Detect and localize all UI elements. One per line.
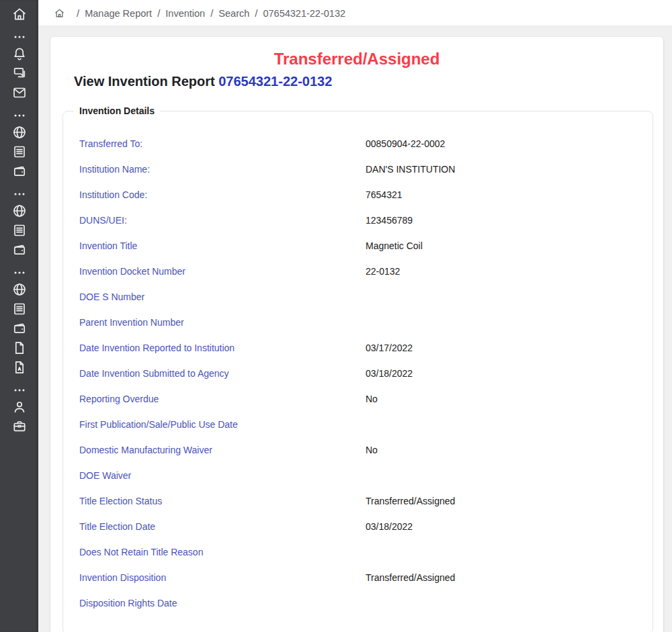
sidebar-group <box>0 4 38 24</box>
detail-row: DUNS/UEI:123456789 <box>63 208 653 233</box>
detail-row: Date Invention Submitted to Agency03/18/… <box>63 361 653 386</box>
breadcrumb-separator: / <box>157 7 160 19</box>
detail-row: DOE S Number <box>63 284 653 310</box>
detail-value: DAN'S INSTITUTION <box>366 164 653 175</box>
detail-value: Transferred/Assigned <box>366 496 653 506</box>
ellipsis-icon[interactable] <box>0 109 38 122</box>
detail-row: Invention Docket Number22-0132 <box>63 259 653 284</box>
detail-label: Reporting Overdue <box>79 394 366 404</box>
briefcase-icon[interactable] <box>0 416 38 436</box>
ellipsis-icon[interactable] <box>0 187 38 201</box>
detail-row: Reporting OverdueNo <box>63 386 653 412</box>
breadcrumb-items: /Manage Report/Invention/Search/07654321… <box>71 7 345 19</box>
sidebar-nav <box>0 0 38 436</box>
detail-row: Title Election StatusTransferred/Assigne… <box>63 488 653 514</box>
detail-label: Institution Code: <box>79 189 366 200</box>
document-icon[interactable] <box>0 299 38 318</box>
detail-label: Title Election Date <box>79 521 366 532</box>
detail-label: Invention Disposition <box>79 572 366 583</box>
breadcrumb-item[interactable]: Invention <box>165 8 205 19</box>
mail-icon[interactable] <box>0 83 38 102</box>
detail-row: Invention TitleMagnetic Coil <box>63 233 653 259</box>
chat-icon[interactable] <box>0 63 38 83</box>
breadcrumb: /Manage Report/Invention/Search/07654321… <box>38 0 672 26</box>
detail-value: No <box>366 394 653 404</box>
sidebar-group <box>0 30 38 102</box>
detail-label: Title Election Status <box>79 496 366 506</box>
detail-row: Does Not Retain Title Reason <box>63 539 653 565</box>
detail-label: Date Invention Submitted to Agency <box>79 368 366 379</box>
wallet-icon[interactable] <box>0 161 38 181</box>
detail-value: Transferred/Assigned <box>366 572 653 583</box>
breadcrumb-separator: / <box>210 7 213 19</box>
detail-label: Parent Invention Number <box>79 317 366 328</box>
app-root: /Manage Report/Invention/Search/07654321… <box>0 0 672 632</box>
sidebar <box>0 0 38 632</box>
ellipsis-icon[interactable] <box>0 266 38 279</box>
detail-row: Domestic Manufacturing WaiverNo <box>63 437 653 463</box>
detail-row: Parent Invention Number <box>63 310 653 335</box>
detail-label: Transferred To: <box>79 138 366 149</box>
detail-row: DOE Waiver <box>63 463 653 488</box>
page-title: View Invention Report 07654321-22-0132 <box>74 72 663 91</box>
detail-label: First Publication/Sale/Public Use Date <box>79 419 366 430</box>
detail-row: Institution Code:7654321 <box>63 182 653 208</box>
invention-details-legend: Invention Details <box>74 105 160 116</box>
detail-value: 03/17/2022 <box>366 343 653 353</box>
wallet-icon[interactable] <box>0 240 38 259</box>
globe-icon[interactable] <box>0 201 38 220</box>
breadcrumb-separator: / <box>255 7 257 19</box>
breadcrumb-item[interactable]: Manage Report <box>85 8 152 19</box>
detail-label: Invention Docket Number <box>79 266 366 277</box>
file-icon[interactable] <box>0 338 38 357</box>
detail-label: Disposition Rights Date <box>79 598 366 608</box>
detail-value: 22-0132 <box>366 266 653 277</box>
detail-label: DUNS/UEI: <box>79 215 366 226</box>
pdf-file-icon[interactable] <box>0 357 38 377</box>
detail-row: Date Invention Reported to Institution03… <box>63 335 653 361</box>
globe-icon[interactable] <box>0 122 38 142</box>
page: Transferred/Assigned View Invention Repo… <box>38 26 672 632</box>
detail-label: Invention Title <box>79 240 366 251</box>
detail-value: 03/18/2022 <box>366 521 653 532</box>
page-title-text: View Invention Report <box>74 74 215 89</box>
wallet-icon[interactable] <box>0 318 38 338</box>
detail-label: Institution Name: <box>79 164 366 175</box>
invention-details-fieldset: Invention Details Transferred To:0085090… <box>62 105 653 632</box>
report-number: 07654321-22-0132 <box>218 74 332 89</box>
detail-row: Transferred To:00850904-22-0002 <box>63 131 653 156</box>
detail-row: Disposition Rights Date <box>63 590 653 616</box>
person-icon[interactable] <box>0 397 38 416</box>
ellipsis-icon[interactable] <box>0 383 38 397</box>
breadcrumb-separator: / <box>77 7 79 19</box>
detail-value: 03/18/2022 <box>366 368 653 379</box>
report-card: Transferred/Assigned View Invention Repo… <box>50 37 663 632</box>
sidebar-group <box>0 266 38 377</box>
globe-icon[interactable] <box>0 279 38 299</box>
content-area: /Manage Report/Invention/Search/07654321… <box>38 0 672 632</box>
detail-value: 7654321 <box>366 189 653 200</box>
breadcrumb-item[interactable]: Search <box>218 8 249 19</box>
detail-row: Institution Name:DAN'S INSTITUTION <box>63 156 653 182</box>
document-icon[interactable] <box>0 220 38 240</box>
detail-value: Magnetic Coil <box>366 240 653 251</box>
detail-row: Title Election Date03/18/2022 <box>63 514 653 539</box>
detail-label: Domestic Manufacturing Waiver <box>79 445 366 455</box>
home-icon[interactable] <box>54 7 65 19</box>
detail-row: Invention DispositionTransferred/Assigne… <box>63 565 653 590</box>
detail-label: Date Invention Reported to Institution <box>79 343 366 353</box>
sidebar-group <box>0 383 38 436</box>
home-icon[interactable] <box>0 4 38 24</box>
detail-rows: Transferred To:00850904-22-0002Instituti… <box>63 131 653 616</box>
sidebar-group <box>0 187 38 259</box>
detail-label: Does Not Retain Title Reason <box>79 547 366 557</box>
status-banner: Transferred/Assigned <box>50 49 663 69</box>
detail-label: DOE S Number <box>79 291 366 302</box>
sidebar-group <box>0 109 38 181</box>
detail-value: 123456789 <box>366 215 653 226</box>
ellipsis-icon[interactable] <box>0 30 38 44</box>
bell-icon[interactable] <box>0 44 38 63</box>
detail-row: First Publication/Sale/Public Use Date <box>63 412 653 437</box>
document-icon[interactable] <box>0 142 38 161</box>
detail-value: 00850904-22-0002 <box>366 138 653 149</box>
